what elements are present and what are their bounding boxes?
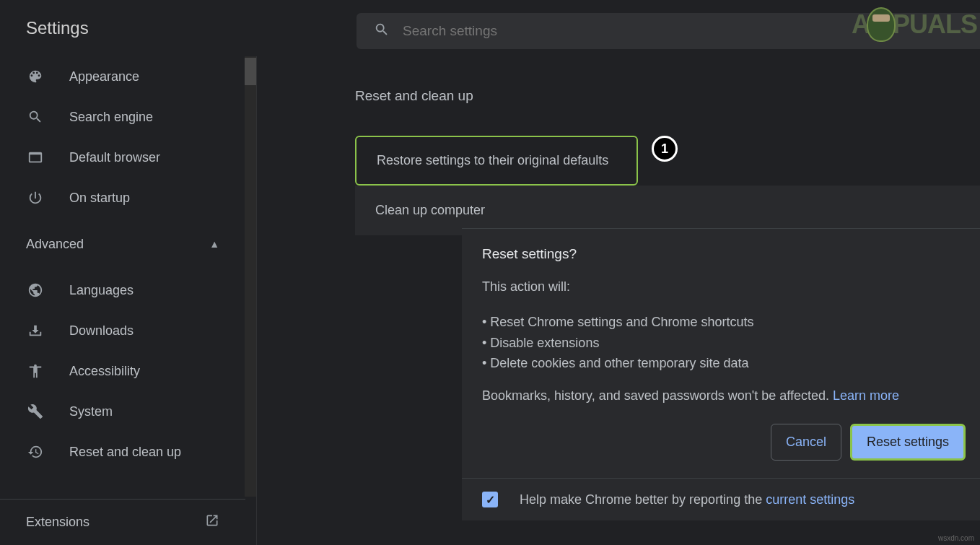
sidebar-item-default-browser[interactable]: Default browser xyxy=(0,137,245,178)
help-text: Help make Chrome better by reporting the xyxy=(520,492,766,507)
dialog-title: Reset settings? xyxy=(462,246,980,262)
reset-settings-button[interactable]: Reset settings xyxy=(850,424,966,461)
sidebar-advanced-header[interactable]: Advanced ▲ xyxy=(0,224,245,264)
dialog-intro: This action will: xyxy=(462,276,980,297)
section-title: Reset and clean up xyxy=(355,88,980,104)
watermark: wsxdn.com xyxy=(938,534,974,542)
sidebar-item-appearance[interactable]: Appearance xyxy=(0,56,245,97)
appuals-logo: A PUALS xyxy=(852,7,977,42)
bullet-item: • Disable extensions xyxy=(482,333,960,354)
sidebar-item-label: Search engine xyxy=(69,110,153,125)
option-restore-defaults[interactable]: Restore settings to their original defau… xyxy=(355,136,638,186)
dialog-footer: Bookmarks, history, and saved passwords … xyxy=(462,388,980,404)
sidebar-item-languages[interactable]: Languages xyxy=(0,270,245,310)
scrollbar-track[interactable]: ▲ xyxy=(245,56,256,497)
sidebar-item-label: System xyxy=(69,404,113,419)
sidebar-item-search-engine[interactable]: Search engine xyxy=(0,97,245,137)
search-icon xyxy=(26,108,45,126)
reset-settings-dialog: Reset settings? This action will: • Rese… xyxy=(462,228,980,520)
option-label: Clean up computer xyxy=(375,203,485,217)
sidebar-item-extensions[interactable]: Extensions xyxy=(0,499,245,545)
palette-icon xyxy=(26,67,45,86)
dialog-bullets: • Reset Chrome settings and Chrome short… xyxy=(462,312,980,374)
annotation-step-1: 1 xyxy=(652,136,678,162)
extensions-label: Extensions xyxy=(26,515,89,530)
sidebar-item-reset[interactable]: Reset and clean up xyxy=(0,432,245,472)
help-reporting-row: ✓ Help make Chrome better by reporting t… xyxy=(462,478,980,520)
option-label: Restore settings to their original defau… xyxy=(377,153,608,167)
scrollbar-thumb[interactable] xyxy=(245,58,256,85)
sidebar-item-label: Languages xyxy=(69,283,134,298)
cancel-button[interactable]: Cancel xyxy=(771,424,841,461)
sidebar-item-accessibility[interactable]: Accessibility xyxy=(0,351,245,391)
sidebar-item-downloads[interactable]: Downloads xyxy=(0,310,245,351)
logo-face-icon xyxy=(867,7,896,42)
advanced-label: Advanced xyxy=(26,237,84,252)
sidebar-item-system[interactable]: System xyxy=(0,391,245,432)
search-icon xyxy=(374,22,403,40)
sidebar-item-on-startup[interactable]: On startup xyxy=(0,178,245,218)
current-settings-link[interactable]: current settings xyxy=(766,492,854,507)
globe-icon xyxy=(26,281,45,300)
sidebar-item-label: Default browser xyxy=(69,150,160,165)
sidebar-item-label: Accessibility xyxy=(69,364,140,379)
sidebar-item-label: Downloads xyxy=(69,323,134,339)
accessibility-icon xyxy=(26,362,45,380)
restore-icon xyxy=(26,442,45,461)
learn-more-link[interactable]: Learn more xyxy=(833,388,899,403)
sidebar-item-label: Appearance xyxy=(69,69,139,84)
page-title: Settings xyxy=(26,18,356,38)
browser-icon xyxy=(26,148,45,167)
help-checkbox[interactable]: ✓ xyxy=(482,492,498,507)
sidebar-item-label: Reset and clean up xyxy=(69,445,181,460)
bullet-item: • Reset Chrome settings and Chrome short… xyxy=(482,312,960,333)
chevron-up-icon: ▲ xyxy=(209,238,219,250)
wrench-icon xyxy=(26,402,45,421)
sidebar-item-label: On startup xyxy=(69,191,130,206)
download-icon xyxy=(26,321,45,340)
bullet-item: • Delete cookies and other temporary sit… xyxy=(482,353,960,374)
power-icon xyxy=(26,188,45,207)
open-external-icon xyxy=(205,513,219,531)
